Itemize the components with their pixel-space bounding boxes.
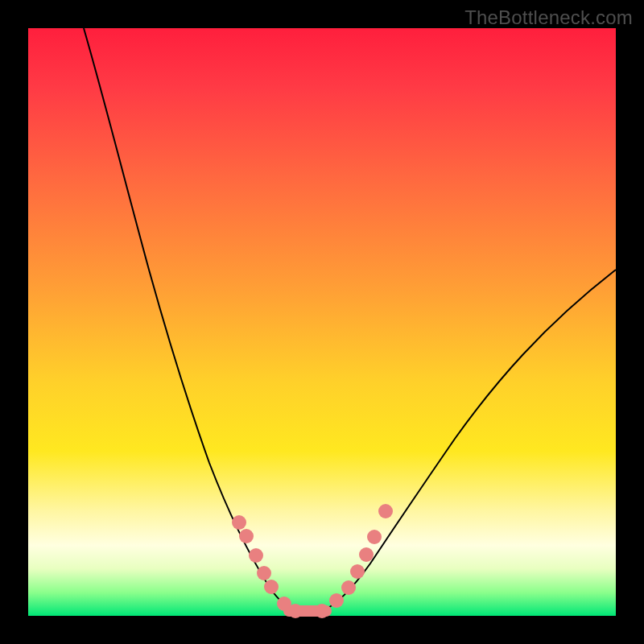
marker-dot	[341, 580, 356, 595]
curve-overlay	[28, 28, 616, 616]
marker-dot	[257, 566, 271, 580]
marker-dot	[264, 580, 279, 594]
marker-dot	[315, 604, 329, 618]
marker-dot	[367, 530, 382, 544]
watermark-text: TheBottleneck.com	[464, 6, 633, 29]
marker-dot	[239, 529, 254, 543]
marker-dot	[329, 593, 344, 608]
left-branch-curve	[84, 28, 295, 611]
marker-dot	[359, 547, 374, 562]
marker-dot	[350, 564, 365, 579]
marker-dot	[249, 548, 263, 563]
chart-frame: TheBottleneck.com	[0, 0, 644, 644]
marker-dot	[232, 515, 246, 530]
marker-dot	[288, 604, 303, 618]
marker-dot	[378, 504, 393, 518]
